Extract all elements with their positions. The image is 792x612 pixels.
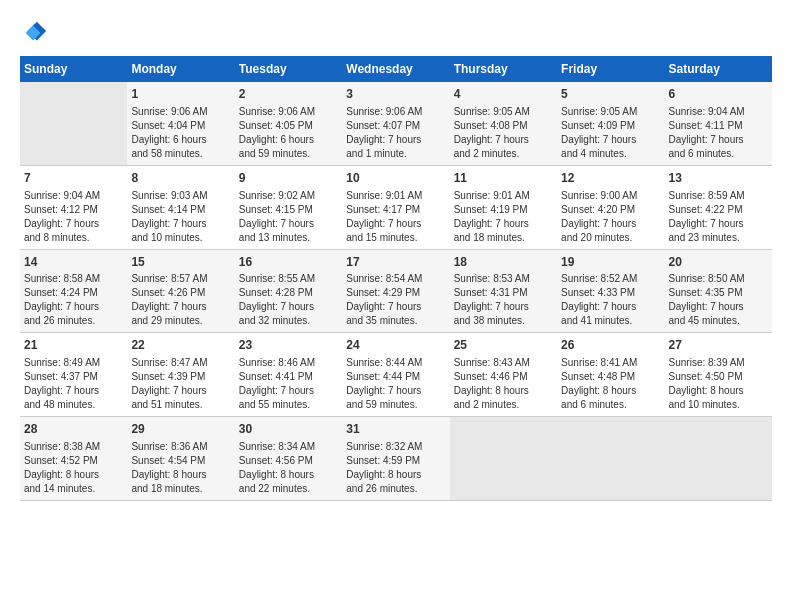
day-number: 3 xyxy=(346,86,445,103)
day-info: Sunrise: 8:50 AM Sunset: 4:35 PM Dayligh… xyxy=(669,272,768,328)
calendar-cell: 30Sunrise: 8:34 AM Sunset: 4:56 PM Dayli… xyxy=(235,417,342,501)
page: SundayMondayTuesdayWednesdayThursdayFrid… xyxy=(0,0,792,511)
day-number: 19 xyxy=(561,254,660,271)
day-number: 4 xyxy=(454,86,553,103)
col-header-friday: Friday xyxy=(557,56,664,82)
day-info: Sunrise: 8:36 AM Sunset: 4:54 PM Dayligh… xyxy=(131,440,230,496)
day-number: 12 xyxy=(561,170,660,187)
day-number: 1 xyxy=(131,86,230,103)
day-number: 30 xyxy=(239,421,338,438)
day-number: 22 xyxy=(131,337,230,354)
calendar-cell: 8Sunrise: 9:03 AM Sunset: 4:14 PM Daylig… xyxy=(127,165,234,249)
day-number: 5 xyxy=(561,86,660,103)
calendar-cell xyxy=(20,82,127,165)
day-info: Sunrise: 8:39 AM Sunset: 4:50 PM Dayligh… xyxy=(669,356,768,412)
day-number: 11 xyxy=(454,170,553,187)
week-row-3: 14Sunrise: 8:58 AM Sunset: 4:24 PM Dayli… xyxy=(20,249,772,333)
day-info: Sunrise: 8:58 AM Sunset: 4:24 PM Dayligh… xyxy=(24,272,123,328)
day-info: Sunrise: 9:06 AM Sunset: 4:07 PM Dayligh… xyxy=(346,105,445,161)
day-info: Sunrise: 9:02 AM Sunset: 4:15 PM Dayligh… xyxy=(239,189,338,245)
calendar-cell: 28Sunrise: 8:38 AM Sunset: 4:52 PM Dayli… xyxy=(20,417,127,501)
day-info: Sunrise: 8:53 AM Sunset: 4:31 PM Dayligh… xyxy=(454,272,553,328)
day-number: 14 xyxy=(24,254,123,271)
calendar-cell xyxy=(665,417,772,501)
day-number: 23 xyxy=(239,337,338,354)
day-number: 18 xyxy=(454,254,553,271)
day-number: 24 xyxy=(346,337,445,354)
day-number: 28 xyxy=(24,421,123,438)
col-header-tuesday: Tuesday xyxy=(235,56,342,82)
calendar-cell: 4Sunrise: 9:05 AM Sunset: 4:08 PM Daylig… xyxy=(450,82,557,165)
day-info: Sunrise: 9:01 AM Sunset: 4:19 PM Dayligh… xyxy=(454,189,553,245)
day-number: 15 xyxy=(131,254,230,271)
day-info: Sunrise: 9:04 AM Sunset: 4:12 PM Dayligh… xyxy=(24,189,123,245)
calendar-cell: 17Sunrise: 8:54 AM Sunset: 4:29 PM Dayli… xyxy=(342,249,449,333)
day-number: 21 xyxy=(24,337,123,354)
calendar-cell: 15Sunrise: 8:57 AM Sunset: 4:26 PM Dayli… xyxy=(127,249,234,333)
day-info: Sunrise: 8:54 AM Sunset: 4:29 PM Dayligh… xyxy=(346,272,445,328)
day-number: 6 xyxy=(669,86,768,103)
calendar-cell: 12Sunrise: 9:00 AM Sunset: 4:20 PM Dayli… xyxy=(557,165,664,249)
header-row: SundayMondayTuesdayWednesdayThursdayFrid… xyxy=(20,56,772,82)
col-header-thursday: Thursday xyxy=(450,56,557,82)
header xyxy=(20,18,772,46)
col-header-saturday: Saturday xyxy=(665,56,772,82)
col-header-monday: Monday xyxy=(127,56,234,82)
calendar-cell: 24Sunrise: 8:44 AM Sunset: 4:44 PM Dayli… xyxy=(342,333,449,417)
calendar-table: SundayMondayTuesdayWednesdayThursdayFrid… xyxy=(20,56,772,501)
calendar-cell: 10Sunrise: 9:01 AM Sunset: 4:17 PM Dayli… xyxy=(342,165,449,249)
logo-icon xyxy=(20,18,48,46)
day-info: Sunrise: 9:00 AM Sunset: 4:20 PM Dayligh… xyxy=(561,189,660,245)
calendar-cell: 7Sunrise: 9:04 AM Sunset: 4:12 PM Daylig… xyxy=(20,165,127,249)
day-number: 17 xyxy=(346,254,445,271)
day-info: Sunrise: 8:34 AM Sunset: 4:56 PM Dayligh… xyxy=(239,440,338,496)
day-info: Sunrise: 8:32 AM Sunset: 4:59 PM Dayligh… xyxy=(346,440,445,496)
calendar-cell: 1Sunrise: 9:06 AM Sunset: 4:04 PM Daylig… xyxy=(127,82,234,165)
calendar-cell: 26Sunrise: 8:41 AM Sunset: 4:48 PM Dayli… xyxy=(557,333,664,417)
week-row-5: 28Sunrise: 8:38 AM Sunset: 4:52 PM Dayli… xyxy=(20,417,772,501)
day-info: Sunrise: 8:52 AM Sunset: 4:33 PM Dayligh… xyxy=(561,272,660,328)
calendar-cell: 23Sunrise: 8:46 AM Sunset: 4:41 PM Dayli… xyxy=(235,333,342,417)
day-info: Sunrise: 9:05 AM Sunset: 4:08 PM Dayligh… xyxy=(454,105,553,161)
day-number: 26 xyxy=(561,337,660,354)
day-info: Sunrise: 9:04 AM Sunset: 4:11 PM Dayligh… xyxy=(669,105,768,161)
calendar-cell: 27Sunrise: 8:39 AM Sunset: 4:50 PM Dayli… xyxy=(665,333,772,417)
calendar-cell: 25Sunrise: 8:43 AM Sunset: 4:46 PM Dayli… xyxy=(450,333,557,417)
day-number: 16 xyxy=(239,254,338,271)
day-info: Sunrise: 9:05 AM Sunset: 4:09 PM Dayligh… xyxy=(561,105,660,161)
day-number: 13 xyxy=(669,170,768,187)
calendar-cell: 13Sunrise: 8:59 AM Sunset: 4:22 PM Dayli… xyxy=(665,165,772,249)
day-info: Sunrise: 8:49 AM Sunset: 4:37 PM Dayligh… xyxy=(24,356,123,412)
calendar-cell: 6Sunrise: 9:04 AM Sunset: 4:11 PM Daylig… xyxy=(665,82,772,165)
day-number: 20 xyxy=(669,254,768,271)
day-number: 31 xyxy=(346,421,445,438)
calendar-cell: 9Sunrise: 9:02 AM Sunset: 4:15 PM Daylig… xyxy=(235,165,342,249)
calendar-cell: 11Sunrise: 9:01 AM Sunset: 4:19 PM Dayli… xyxy=(450,165,557,249)
calendar-cell: 19Sunrise: 8:52 AM Sunset: 4:33 PM Dayli… xyxy=(557,249,664,333)
day-number: 29 xyxy=(131,421,230,438)
calendar-cell: 14Sunrise: 8:58 AM Sunset: 4:24 PM Dayli… xyxy=(20,249,127,333)
calendar-cell: 3Sunrise: 9:06 AM Sunset: 4:07 PM Daylig… xyxy=(342,82,449,165)
calendar-cell: 22Sunrise: 8:47 AM Sunset: 4:39 PM Dayli… xyxy=(127,333,234,417)
day-info: Sunrise: 8:55 AM Sunset: 4:28 PM Dayligh… xyxy=(239,272,338,328)
week-row-1: 1Sunrise: 9:06 AM Sunset: 4:04 PM Daylig… xyxy=(20,82,772,165)
day-info: Sunrise: 9:03 AM Sunset: 4:14 PM Dayligh… xyxy=(131,189,230,245)
calendar-cell: 31Sunrise: 8:32 AM Sunset: 4:59 PM Dayli… xyxy=(342,417,449,501)
day-number: 25 xyxy=(454,337,553,354)
day-info: Sunrise: 9:06 AM Sunset: 4:04 PM Dayligh… xyxy=(131,105,230,161)
calendar-cell xyxy=(557,417,664,501)
calendar-cell: 20Sunrise: 8:50 AM Sunset: 4:35 PM Dayli… xyxy=(665,249,772,333)
day-info: Sunrise: 8:38 AM Sunset: 4:52 PM Dayligh… xyxy=(24,440,123,496)
day-info: Sunrise: 8:57 AM Sunset: 4:26 PM Dayligh… xyxy=(131,272,230,328)
day-info: Sunrise: 8:46 AM Sunset: 4:41 PM Dayligh… xyxy=(239,356,338,412)
calendar-cell: 5Sunrise: 9:05 AM Sunset: 4:09 PM Daylig… xyxy=(557,82,664,165)
day-info: Sunrise: 8:41 AM Sunset: 4:48 PM Dayligh… xyxy=(561,356,660,412)
col-header-wednesday: Wednesday xyxy=(342,56,449,82)
logo xyxy=(20,18,52,46)
day-number: 9 xyxy=(239,170,338,187)
day-info: Sunrise: 8:47 AM Sunset: 4:39 PM Dayligh… xyxy=(131,356,230,412)
day-info: Sunrise: 8:43 AM Sunset: 4:46 PM Dayligh… xyxy=(454,356,553,412)
calendar-cell: 2Sunrise: 9:06 AM Sunset: 4:05 PM Daylig… xyxy=(235,82,342,165)
day-number: 2 xyxy=(239,86,338,103)
day-number: 27 xyxy=(669,337,768,354)
